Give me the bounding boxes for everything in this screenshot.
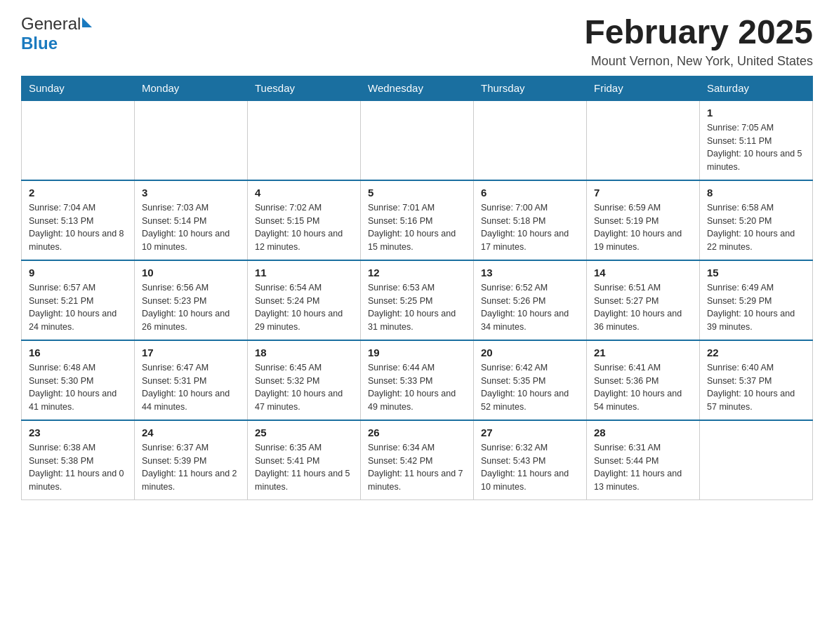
day-number: 6	[481, 187, 579, 199]
calendar-cell: 28Sunrise: 6:31 AMSunset: 5:44 PMDayligh…	[587, 420, 700, 500]
calendar-cell	[248, 100, 361, 180]
day-info: Sunrise: 7:03 AMSunset: 5:14 PMDaylight:…	[142, 201, 240, 254]
day-info: Sunrise: 6:56 AMSunset: 5:23 PMDaylight:…	[142, 281, 240, 334]
calendar-cell: 23Sunrise: 6:38 AMSunset: 5:38 PMDayligh…	[22, 420, 135, 500]
day-number: 12	[368, 267, 466, 279]
day-info: Sunrise: 7:04 AMSunset: 5:13 PMDaylight:…	[29, 201, 127, 254]
calendar-cell: 21Sunrise: 6:41 AMSunset: 5:36 PMDayligh…	[587, 340, 700, 420]
calendar-week-row: 23Sunrise: 6:38 AMSunset: 5:38 PMDayligh…	[22, 420, 813, 500]
col-sunday: Sunday	[22, 76, 135, 100]
day-number: 10	[142, 267, 240, 279]
day-number: 18	[255, 347, 353, 358]
day-number: 24	[142, 427, 240, 438]
calendar-cell: 24Sunrise: 6:37 AMSunset: 5:39 PMDayligh…	[135, 420, 248, 500]
col-friday: Friday	[587, 76, 700, 100]
day-info: Sunrise: 6:51 AMSunset: 5:27 PMDaylight:…	[594, 281, 692, 334]
day-number: 28	[594, 427, 692, 438]
calendar-cell: 15Sunrise: 6:49 AMSunset: 5:29 PMDayligh…	[700, 260, 813, 340]
day-info: Sunrise: 6:44 AMSunset: 5:33 PMDaylight:…	[368, 361, 466, 414]
day-number: 13	[481, 267, 579, 279]
calendar-week-row: 16Sunrise: 6:48 AMSunset: 5:30 PMDayligh…	[22, 340, 813, 420]
title-section: February 2025 Mount Vernon, New York, Un…	[584, 14, 813, 69]
day-number: 5	[368, 187, 466, 199]
calendar-cell: 27Sunrise: 6:32 AMSunset: 5:43 PMDayligh…	[474, 420, 587, 500]
day-number: 21	[594, 347, 692, 358]
day-number: 17	[142, 347, 240, 358]
calendar-cell: 4Sunrise: 7:02 AMSunset: 5:15 PMDaylight…	[248, 180, 361, 260]
col-monday: Monday	[135, 76, 248, 100]
calendar-cell: 22Sunrise: 6:40 AMSunset: 5:37 PMDayligh…	[700, 340, 813, 420]
calendar-cell: 26Sunrise: 6:34 AMSunset: 5:42 PMDayligh…	[361, 420, 474, 500]
calendar-cell: 2Sunrise: 7:04 AMSunset: 5:13 PMDaylight…	[22, 180, 135, 260]
day-info: Sunrise: 6:40 AMSunset: 5:37 PMDaylight:…	[707, 361, 805, 414]
calendar-table: Sunday Monday Tuesday Wednesday Thursday…	[21, 76, 813, 500]
calendar-cell	[474, 100, 587, 180]
calendar-week-row: 9Sunrise: 6:57 AMSunset: 5:21 PMDaylight…	[22, 260, 813, 340]
day-info: Sunrise: 6:41 AMSunset: 5:36 PMDaylight:…	[594, 361, 692, 414]
calendar-cell: 17Sunrise: 6:47 AMSunset: 5:31 PMDayligh…	[135, 340, 248, 420]
day-info: Sunrise: 6:35 AMSunset: 5:41 PMDaylight:…	[255, 441, 353, 494]
day-number: 22	[707, 347, 805, 358]
col-tuesday: Tuesday	[248, 76, 361, 100]
day-info: Sunrise: 6:58 AMSunset: 5:20 PMDaylight:…	[707, 201, 805, 254]
calendar-cell: 1Sunrise: 7:05 AMSunset: 5:11 PMDaylight…	[700, 100, 813, 180]
col-wednesday: Wednesday	[361, 76, 474, 100]
calendar-cell: 8Sunrise: 6:58 AMSunset: 5:20 PMDaylight…	[700, 180, 813, 260]
day-number: 8	[707, 187, 805, 199]
calendar-cell: 20Sunrise: 6:42 AMSunset: 5:35 PMDayligh…	[474, 340, 587, 420]
day-number: 2	[29, 187, 127, 199]
calendar-cell: 3Sunrise: 7:03 AMSunset: 5:14 PMDaylight…	[135, 180, 248, 260]
day-number: 14	[594, 267, 692, 279]
logo-triangle-icon	[82, 18, 92, 27]
day-number: 4	[255, 187, 353, 199]
calendar-header-row: Sunday Monday Tuesday Wednesday Thursday…	[22, 76, 813, 100]
day-info: Sunrise: 6:45 AMSunset: 5:32 PMDaylight:…	[255, 361, 353, 414]
day-number: 20	[481, 347, 579, 358]
calendar-cell: 6Sunrise: 7:00 AMSunset: 5:18 PMDaylight…	[474, 180, 587, 260]
month-title: February 2025	[584, 14, 813, 51]
day-number: 16	[29, 347, 127, 358]
day-number: 9	[29, 267, 127, 279]
day-number: 1	[707, 107, 805, 119]
day-info: Sunrise: 6:52 AMSunset: 5:26 PMDaylight:…	[481, 281, 579, 334]
calendar-cell: 12Sunrise: 6:53 AMSunset: 5:25 PMDayligh…	[361, 260, 474, 340]
day-number: 23	[29, 427, 127, 438]
day-info: Sunrise: 6:37 AMSunset: 5:39 PMDaylight:…	[142, 441, 240, 494]
day-info: Sunrise: 7:02 AMSunset: 5:15 PMDaylight:…	[255, 201, 353, 254]
col-saturday: Saturday	[700, 76, 813, 100]
calendar-cell: 10Sunrise: 6:56 AMSunset: 5:23 PMDayligh…	[135, 260, 248, 340]
logo-general: General	[21, 14, 81, 34]
calendar-cell: 19Sunrise: 6:44 AMSunset: 5:33 PMDayligh…	[361, 340, 474, 420]
calendar-cell: 11Sunrise: 6:54 AMSunset: 5:24 PMDayligh…	[248, 260, 361, 340]
calendar-cell	[700, 420, 813, 500]
day-number: 25	[255, 427, 353, 438]
day-info: Sunrise: 6:48 AMSunset: 5:30 PMDaylight:…	[29, 361, 127, 414]
col-thursday: Thursday	[474, 76, 587, 100]
calendar-cell: 9Sunrise: 6:57 AMSunset: 5:21 PMDaylight…	[22, 260, 135, 340]
calendar-cell: 25Sunrise: 6:35 AMSunset: 5:41 PMDayligh…	[248, 420, 361, 500]
calendar-cell	[22, 100, 135, 180]
day-number: 26	[368, 427, 466, 438]
logo: General Blue	[21, 14, 92, 53]
calendar-cell	[587, 100, 700, 180]
day-info: Sunrise: 7:05 AMSunset: 5:11 PMDaylight:…	[707, 121, 805, 174]
logo-blue: Blue	[21, 34, 58, 53]
day-number: 15	[707, 267, 805, 279]
calendar-cell: 16Sunrise: 6:48 AMSunset: 5:30 PMDayligh…	[22, 340, 135, 420]
calendar-week-row: 1Sunrise: 7:05 AMSunset: 5:11 PMDaylight…	[22, 100, 813, 180]
day-info: Sunrise: 6:34 AMSunset: 5:42 PMDaylight:…	[368, 441, 466, 494]
calendar-cell	[361, 100, 474, 180]
day-info: Sunrise: 6:38 AMSunset: 5:38 PMDaylight:…	[29, 441, 127, 494]
calendar-cell: 5Sunrise: 7:01 AMSunset: 5:16 PMDaylight…	[361, 180, 474, 260]
day-number: 19	[368, 347, 466, 358]
calendar-cell: 14Sunrise: 6:51 AMSunset: 5:27 PMDayligh…	[587, 260, 700, 340]
day-info: Sunrise: 6:47 AMSunset: 5:31 PMDaylight:…	[142, 361, 240, 414]
calendar-cell: 18Sunrise: 6:45 AMSunset: 5:32 PMDayligh…	[248, 340, 361, 420]
day-info: Sunrise: 6:59 AMSunset: 5:19 PMDaylight:…	[594, 201, 692, 254]
calendar-cell: 13Sunrise: 6:52 AMSunset: 5:26 PMDayligh…	[474, 260, 587, 340]
day-number: 27	[481, 427, 579, 438]
page-header: General Blue February 2025 Mount Vernon,…	[21, 14, 813, 69]
calendar-cell: 7Sunrise: 6:59 AMSunset: 5:19 PMDaylight…	[587, 180, 700, 260]
day-info: Sunrise: 6:42 AMSunset: 5:35 PMDaylight:…	[481, 361, 579, 414]
day-number: 7	[594, 187, 692, 199]
